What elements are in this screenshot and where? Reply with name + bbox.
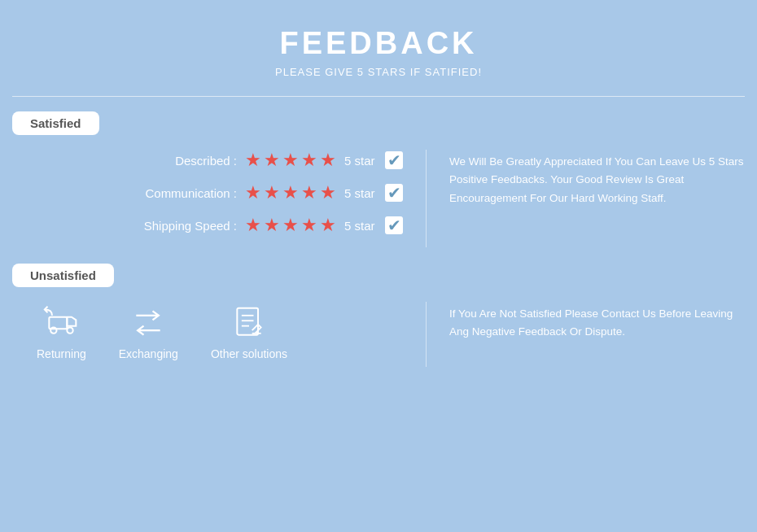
main-content: Satisfied Described : ★ ★ ★ ★ ★ 5 star ✔ [12,111,745,367]
exchanging-option[interactable]: Exchanging [119,305,178,360]
unsatisfied-divider [426,302,427,367]
unsatisfied-description: If You Are Not Satisfied Please Contact … [449,302,745,342]
other-solutions-option[interactable]: Other solutions [211,305,287,360]
star-2: ★ [264,215,280,236]
section-divider [426,150,427,247]
table-row: Shipping Speed : ★ ★ ★ ★ ★ 5 star ✔ [12,215,403,236]
communication-checkbox: ✔ [385,184,403,202]
exchange-icon [127,305,169,341]
returning-label: Returning [37,347,86,360]
star-2: ★ [264,150,280,171]
page-subtitle: PLEASE GIVE 5 STARS IF SATIFIED! [275,66,482,78]
satisfied-description: We Will Be Greatly Appreciated If You Ca… [449,150,745,207]
shipping-label: Shipping Speed : [115,219,237,233]
unsatisfied-badge: Unsatisfied [12,264,114,287]
shipping-stars: ★ ★ ★ ★ ★ [245,215,336,236]
options-icons: Returning Exchanging [12,302,403,360]
page-header: FEEDBACK PLEASE GIVE 5 STARS IF SATIFIED… [275,0,482,88]
described-checkbox: ✔ [385,151,403,169]
star-5: ★ [320,150,336,171]
shipping-count: 5 star [344,219,377,233]
communication-label: Communication : [115,186,237,200]
svg-marker-1 [68,317,77,326]
described-count: 5 star [344,154,377,168]
star-4: ★ [301,182,317,203]
shipping-checkbox: ✔ [385,216,403,234]
communication-stars: ★ ★ ★ ★ ★ [245,182,336,203]
rating-area: Described : ★ ★ ★ ★ ★ 5 star ✔ Communica… [12,150,745,247]
communication-count: 5 star [344,186,377,200]
star-1: ★ [245,150,261,171]
svg-point-3 [68,328,73,334]
exchanging-label: Exchanging [119,347,178,360]
satisfied-badge: Satisfied [12,111,99,135]
header-divider [12,96,745,97]
options-area: Returning Exchanging [12,302,745,367]
page-title: FEEDBACK [275,26,482,61]
returning-option[interactable]: Returning [37,305,86,360]
truck-return-icon [40,305,82,341]
star-1: ★ [245,215,261,236]
star-5: ★ [320,215,336,236]
star-4: ★ [301,215,317,236]
unsatisfied-section: Unsatisfied [12,264,745,367]
document-edit-icon [228,305,270,341]
described-stars: ★ ★ ★ ★ ★ [245,150,336,171]
rating-rows: Described : ★ ★ ★ ★ ★ 5 star ✔ Communica… [12,150,403,247]
star-1: ★ [245,182,261,203]
other-solutions-label: Other solutions [211,347,287,360]
table-row: Communication : ★ ★ ★ ★ ★ 5 star ✔ [12,182,403,203]
satisfied-section: Satisfied Described : ★ ★ ★ ★ ★ 5 star ✔ [12,111,745,247]
star-2: ★ [264,182,280,203]
star-3: ★ [282,182,299,203]
star-4: ★ [301,150,317,171]
star-3: ★ [282,215,299,236]
described-label: Described : [115,154,237,168]
table-row: Described : ★ ★ ★ ★ ★ 5 star ✔ [12,150,403,171]
star-5: ★ [320,182,336,203]
star-3: ★ [282,150,299,171]
